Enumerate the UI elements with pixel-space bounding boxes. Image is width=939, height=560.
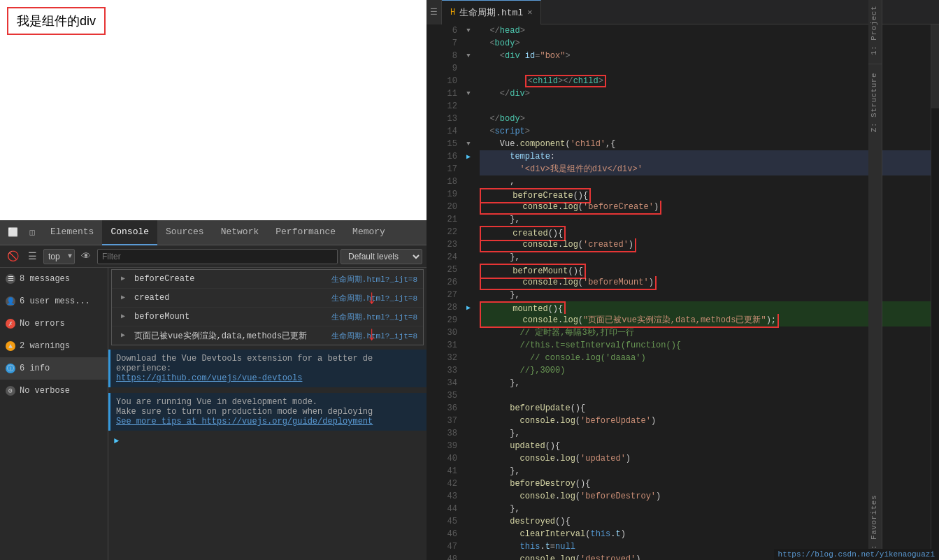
code-line-7: <body> — [480, 37, 933, 50]
ln-36: 36 — [442, 403, 463, 413]
context-select[interactable]: top — [43, 249, 75, 264]
code-line-41: }, — [480, 465, 933, 478]
run-16[interactable]: ▶ — [463, 152, 474, 161]
levels-select[interactable]: Default levels — [341, 249, 422, 264]
code-line-39: updated(){ — [480, 440, 933, 452]
gutter-rows: 6 ▼ 7 8 ▼ 9 10 — [442, 24, 474, 560]
log-source-beforeMount: 生命周期.html?_ijt=8 — [331, 312, 417, 322]
code-line-45: destroyed(){ — [480, 515, 933, 528]
gutter-21: 21 — [442, 213, 474, 226]
code-line-20-inner: console.log('beforeCreate') — [480, 201, 933, 213]
filter-user-messages[interactable]: 👤 6 user mess... — [0, 290, 108, 313]
ln-6: 6 — [442, 24, 463, 37]
code-line-34: }, — [480, 377, 933, 389]
tab-close-icon[interactable]: ✕ — [527, 7, 532, 17]
code-line-36: beforeUpdate(){ — [480, 402, 933, 415]
list-icon: ☰ — [6, 274, 15, 284]
code-line-27: }, — [480, 289, 933, 301]
console-filter-sidebar: ☰ 8 messages 👤 6 user mess... ✗ No error… — [0, 268, 108, 560]
devtools-body-panel: ⬜ ◫ Elements Console Sources Network Per… — [0, 220, 427, 560]
code-line-26-inner: console.log('beforeMount') — [480, 276, 933, 289]
fold-11[interactable]: ▼ — [463, 90, 474, 97]
gutter-13: 13 — [442, 113, 474, 125]
log-row-beforeCreate[interactable]: ▶ beforeCreate 生命周期.html?_ijt=8 — [112, 270, 423, 289]
eye-icon[interactable]: 👁 — [78, 248, 94, 265]
ln-24: 24 — [442, 252, 463, 262]
gutter-43: 43 — [442, 490, 474, 503]
log-source-beforeCreate: 生命周期.html?_ijt=8 — [331, 274, 417, 285]
sidebar-label-structure[interactable]: Z: Structure — [868, 67, 882, 138]
panel-toggle[interactable]: ☰ — [427, 0, 442, 24]
tab-sources[interactable]: Sources — [157, 220, 213, 245]
filter-messages[interactable]: ☰ 8 messages — [0, 268, 108, 290]
tab-performance[interactable]: Performance — [267, 220, 344, 245]
code-line-6: </head> — [480, 24, 933, 37]
sidebar-label-project[interactable]: 1: Project — [868, 0, 882, 61]
gutter-11: 11 ▼ — [442, 87, 474, 100]
fold-8[interactable]: ▼ — [463, 52, 474, 59]
gutter-32: 32 — [442, 352, 474, 364]
gutter-45: 45 — [442, 515, 474, 528]
filter-warnings[interactable]: ▲ 2 warnings — [0, 335, 108, 357]
minimap[interactable] — [931, 24, 939, 560]
gutter-36: 36 — [442, 402, 474, 415]
expand-arrow-mounted[interactable]: ▶ — [117, 329, 129, 342]
gutter-35: 35 — [442, 389, 474, 402]
expand-arrow-beforeMount[interactable]: ▶ — [117, 310, 129, 323]
clear-icon[interactable]: 🚫 — [4, 248, 21, 265]
expand-arrow-created[interactable]: ▶ — [117, 292, 129, 304]
gutter-6: 6 ▼ — [442, 24, 474, 37]
filter-verbose[interactable]: ⚙ No verbose — [0, 380, 108, 402]
tab-memory[interactable]: Memory — [344, 220, 394, 245]
lifecycle-log-group: ▶ beforeCreate 生命周期.html?_ijt=8 ▶ create… — [111, 269, 424, 345]
expand-arrow[interactable]: ▶ — [117, 273, 129, 285]
tab-console[interactable]: Console — [102, 220, 157, 245]
filter-errors[interactable]: ✗ No errors — [0, 313, 108, 335]
devtools-link[interactable]: https://github.com/vuejs/vue-devtools — [116, 373, 302, 383]
gutter-37: 37 — [442, 415, 474, 427]
gutter-14: 14 — [442, 125, 474, 138]
console-body: ☰ 8 messages 👤 6 user mess... ✗ No error… — [0, 268, 427, 560]
code-line-43: console.log('beforeDestroy') — [480, 490, 933, 503]
code-line-11: </div> — [480, 87, 933, 100]
filter-errors-label: No errors — [20, 319, 65, 329]
cursor-icon[interactable]: ⬜ — [3, 223, 22, 243]
run-28[interactable]: ▶ — [463, 303, 474, 312]
gutter-44: 44 — [442, 503, 474, 515]
log-row-created[interactable]: ▶ created 生命周期.html?_ijt=8 ↓ — [112, 289, 423, 308]
filter-input[interactable] — [97, 249, 338, 264]
gutter-7: 7 — [442, 37, 474, 50]
fold-15[interactable]: ▼ — [463, 141, 474, 148]
code-area: 6 ▼ 7 8 ▼ 9 10 — [442, 24, 939, 560]
device-icon[interactable]: ◫ — [22, 223, 42, 243]
editor-tab-html[interactable]: H 生命周期.html ✕ — [442, 0, 541, 24]
ln-13: 13 — [442, 114, 463, 124]
gutter-47: 47 — [442, 540, 474, 553]
ln-42: 42 — [442, 479, 463, 489]
ln-14: 14 — [442, 127, 463, 136]
child-tag-highlight: <child></child> — [525, 75, 606, 87]
code-line-42: beforeDestroy(){ — [480, 478, 933, 490]
vertical-sidebar: 1: Project Z: Structure 2: Favorites — [868, 0, 882, 560]
verbose-icon: ⚙ — [6, 386, 15, 396]
filter-info[interactable]: ⓘ 6 info — [0, 357, 108, 380]
code-line-22-wrap: created(){ — [480, 226, 933, 238]
tab-elements[interactable]: Elements — [42, 220, 102, 245]
filter-icon[interactable]: ☰ — [24, 248, 41, 265]
ln-37: 37 — [442, 416, 463, 426]
fold-6[interactable]: ▼ — [463, 24, 474, 37]
editor-tab-label: 生命周期.html — [459, 6, 523, 19]
log-row-mounted-msg[interactable]: ▶ 页面已被vue实例渲染,data,methods已更新 生命周期.html?… — [112, 326, 423, 345]
log-text-mounted: 页面已被vue实例渲染,data,methods已更新 — [134, 330, 307, 342]
ln-48: 48 — [442, 554, 463, 560]
log-text-created: created — [134, 293, 169, 303]
minimap-thumb[interactable] — [931, 24, 939, 108]
code-line-19-wrap: beforeCreate(){ — [480, 188, 933, 201]
code-line-38: }, — [480, 427, 933, 440]
ln-43: 43 — [442, 491, 463, 501]
console-prompt: ► — [108, 433, 427, 449]
tab-network[interactable]: Network — [213, 220, 268, 245]
code-line-25-wrap: beforeMount(){ — [480, 264, 933, 276]
code-line-14: <script> — [480, 125, 933, 138]
ln-20: 20 — [442, 202, 463, 212]
